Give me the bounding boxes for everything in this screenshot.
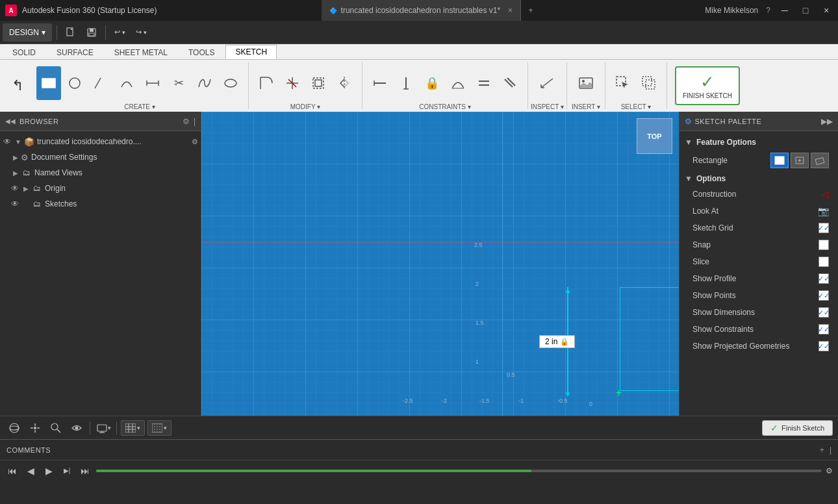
- close-button[interactable]: ×: [820, 4, 833, 17]
- new-tab-button[interactable]: +: [521, 0, 540, 21]
- orbit-button[interactable]: [5, 419, 23, 437]
- look-at-bottom-button[interactable]: [68, 419, 86, 437]
- scissors-tool-button[interactable]: ✂: [166, 66, 191, 100]
- tree-document-settings[interactable]: ▶ ⚙ Document Settings: [0, 149, 201, 165]
- tab-sheet-metal[interactable]: SHEET METAL: [105, 45, 177, 59]
- redo-arrow: ▾: [144, 29, 147, 36]
- parallel-icon: [502, 75, 518, 91]
- ellipse-tool-button[interactable]: [218, 66, 243, 100]
- rectangle-tool-button[interactable]: [36, 66, 61, 100]
- origin-eye-icon[interactable]: 👁: [10, 184, 19, 193]
- pan-button[interactable]: [26, 419, 44, 437]
- parallel-constraint-button[interactable]: [498, 66, 522, 100]
- show-constraints-checkbox[interactable]: ✓: [819, 324, 829, 334]
- tree-root[interactable]: 👁 ▼ 📦 truncated icosidodecahedro.... ⚙: [0, 134, 201, 149]
- timeline-prev-button[interactable]: ◀: [23, 464, 38, 478]
- arc-tool-button[interactable]: [114, 66, 139, 100]
- named-views-expand[interactable]: ▶: [10, 170, 21, 177]
- redo-button[interactable]: ↪ ▾: [132, 23, 151, 42]
- origin-expand[interactable]: ▶: [21, 185, 31, 192]
- sketches-eye-icon[interactable]: 👁: [10, 199, 19, 208]
- trim-button[interactable]: [280, 66, 305, 100]
- sketch-grid-checkbox[interactable]: ✓: [819, 223, 829, 233]
- tree-named-views[interactable]: ▶ 🗂 Named Views: [0, 165, 201, 181]
- horizontal-constraint-button[interactable]: [368, 66, 392, 100]
- tab-close-button[interactable]: ×: [508, 6, 513, 15]
- insert-image-button[interactable]: [574, 66, 598, 100]
- design-mode-button[interactable]: DESIGN ▾: [3, 23, 52, 42]
- display-settings-button[interactable]: ▾: [94, 419, 112, 437]
- return-button[interactable]: ↰: [5, 69, 30, 103]
- grid-dropdown[interactable]: ▾: [121, 420, 145, 436]
- zoom-button[interactable]: [47, 419, 65, 437]
- select-option-button[interactable]: [637, 66, 661, 100]
- show-projected-checkbox[interactable]: ✓: [819, 341, 829, 351]
- select-button[interactable]: [611, 66, 635, 100]
- rect-center-button[interactable]: [791, 153, 809, 168]
- root-eye-icon[interactable]: 👁: [3, 137, 12, 146]
- spline-tool-button[interactable]: [192, 66, 217, 100]
- slice-checkbox[interactable]: [819, 257, 829, 267]
- comments-expand-icon[interactable]: +: [820, 446, 824, 455]
- timeline-next-button[interactable]: ▶|: [60, 464, 74, 478]
- root-settings-icon[interactable]: ⚙: [192, 138, 198, 146]
- snap-checkbox[interactable]: [819, 240, 829, 250]
- document-tab[interactable]: 🔷 truncated icosidodecahedron instructab…: [322, 0, 522, 21]
- vertical-dimension-input[interactable]: 2 in 🔒: [539, 335, 575, 348]
- show-dimensions-checkbox[interactable]: ✓: [819, 307, 829, 318]
- timeline-beginning-button[interactable]: ⏮: [5, 464, 19, 478]
- comments-label: COMMENTS: [6, 446, 51, 454]
- fillet-button[interactable]: [254, 66, 279, 100]
- construction-icon[interactable]: ◁: [822, 189, 829, 199]
- tab-tools[interactable]: TOOLS: [179, 45, 224, 59]
- vertical-constraint-button[interactable]: [394, 66, 418, 100]
- doc-expand[interactable]: ▶: [10, 154, 21, 161]
- tab-surface[interactable]: SURFACE: [47, 45, 103, 59]
- viewport[interactable]: 2.5 2 1.5 1 0.5 -2.5 -2 -1.5 -1 -0.5 0 ▲…: [201, 112, 679, 416]
- equal-constraint-button[interactable]: [472, 66, 496, 100]
- feature-options-section[interactable]: ▼ Feature Options: [679, 135, 838, 149]
- options-section[interactable]: ▼ Options: [679, 171, 838, 186]
- finish-sketch-bottom-button[interactable]: ✓ Finish Sketch: [762, 420, 833, 436]
- lock-constraint-button[interactable]: 🔒: [420, 66, 444, 100]
- offset-button[interactable]: [306, 66, 331, 100]
- mirror-button[interactable]: [332, 66, 357, 100]
- tab-solid[interactable]: SOLID: [3, 45, 45, 59]
- save-button[interactable]: [83, 23, 101, 42]
- root-expand[interactable]: ▼: [13, 138, 23, 145]
- insert-items: [571, 60, 601, 103]
- show-profile-checkbox[interactable]: ✓: [819, 273, 829, 284]
- rect-2point-button[interactable]: [770, 153, 789, 168]
- tab-sketch[interactable]: SKETCH: [225, 45, 277, 59]
- minimize-button[interactable]: ─: [778, 4, 791, 17]
- maximize-button[interactable]: □: [799, 4, 812, 17]
- browser-settings-icon[interactable]: ⚙: [183, 117, 190, 126]
- rect-3point-button[interactable]: [811, 153, 829, 168]
- tree-sketches[interactable]: 👁 🗂 Sketches: [0, 196, 201, 212]
- show-points-checkbox[interactable]: ✓: [819, 290, 829, 301]
- new-button[interactable]: [62, 23, 80, 42]
- measure-button[interactable]: [535, 66, 559, 100]
- comments-collapse-icon[interactable]: |: [830, 446, 832, 455]
- timeline-end-button[interactable]: ⏭: [78, 464, 92, 478]
- browser-collapse-button[interactable]: ◀◀: [5, 118, 16, 125]
- view-cube[interactable]: TOP: [637, 118, 672, 154]
- units-dropdown[interactable]: ▾: [147, 420, 171, 436]
- lock-icon: 🔒: [424, 75, 440, 91]
- line-tool-button[interactable]: [88, 66, 113, 100]
- look-at-icon[interactable]: 📷: [818, 206, 829, 216]
- finish-sketch-ribbon-button[interactable]: ✓ FINISH SKETCH: [675, 66, 740, 105]
- tangent-constraint-button[interactable]: [446, 66, 470, 100]
- timeline-bar[interactable]: [96, 470, 822, 472]
- help-button[interactable]: ?: [766, 6, 770, 15]
- circle-tool-button[interactable]: [62, 66, 87, 100]
- dimension-tool-button[interactable]: [140, 66, 165, 100]
- tab-label: truncated icosidodecahedron instructable…: [341, 6, 500, 15]
- browser-expand-icon[interactable]: |: [194, 117, 196, 126]
- timeline-play-button[interactable]: ▶: [42, 464, 56, 478]
- undo-button[interactable]: ↩ ▾: [110, 23, 129, 42]
- timeline-settings-icon[interactable]: ⚙: [826, 466, 833, 475]
- palette-collapse-icon[interactable]: ▶▶: [821, 117, 833, 126]
- tree-origin[interactable]: 👁 ▶ 🗂 Origin: [0, 181, 201, 196]
- look-at-label: Look At: [692, 207, 818, 216]
